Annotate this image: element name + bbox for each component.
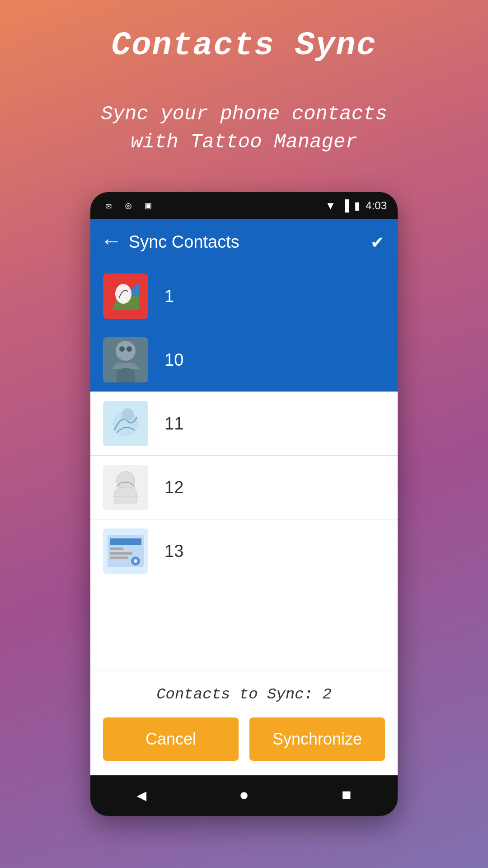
sync-icon: ◎ [121, 199, 136, 212]
content-area: 1 10 [90, 264, 398, 775]
app-bar: ← Sync Contacts ✔ [90, 219, 398, 264]
contact-number: 12 [164, 478, 183, 497]
wifi-icon: ▼ [325, 199, 336, 212]
back-button[interactable]: ← [105, 230, 118, 254]
svg-point-1 [115, 284, 131, 304]
svg-rect-16 [110, 552, 132, 555]
contact-number: 13 [164, 542, 183, 561]
svg-point-10 [117, 472, 135, 490]
svg-point-19 [134, 559, 137, 563]
confirm-button[interactable]: ✔ [372, 230, 383, 254]
nav-bar: ◀ ● ■ [90, 775, 398, 816]
list-item[interactable]: 13 [90, 519, 398, 583]
status-icons-right: ▼ ▐ ▮ 4:03 [325, 199, 387, 212]
sync-count-text: Contacts to Sync: 2 [103, 686, 385, 703]
list-item[interactable]: 12 [90, 456, 398, 519]
contact-number: 1 [164, 287, 174, 306]
contact-number: 11 [164, 414, 183, 434]
svg-rect-15 [110, 547, 123, 550]
svg-point-5 [127, 346, 132, 352]
email-icon: ✉ [101, 199, 116, 212]
synchronize-button[interactable]: Synchronize [249, 717, 385, 761]
clock: 4:03 [366, 199, 387, 212]
status-icons-left: ✉ ◎ ▣ [101, 199, 155, 212]
list-item[interactable]: 1 [90, 264, 398, 328]
recents-nav-button[interactable]: ■ [342, 787, 352, 805]
svg-point-3 [116, 341, 136, 361]
avatar [103, 401, 148, 446]
toolbar-title: Sync Contacts [129, 232, 372, 252]
contact-list: 1 10 [90, 264, 398, 671]
signal-icon: ▐ [341, 199, 349, 212]
cancel-button[interactable]: Cancel [103, 717, 239, 761]
svg-point-8 [122, 408, 134, 421]
footer-buttons: Cancel Synchronize [103, 717, 385, 761]
avatar [103, 337, 148, 382]
svg-point-4 [119, 346, 125, 352]
avatar [103, 528, 148, 574]
list-item[interactable]: 11 [90, 392, 398, 456]
svg-rect-14 [110, 538, 141, 545]
avatar [103, 274, 148, 319]
home-nav-button[interactable]: ● [239, 787, 249, 805]
battery-icon: ▮ [354, 199, 360, 212]
back-nav-button[interactable]: ◀ [137, 786, 147, 806]
app-title: Contacts Sync [111, 27, 377, 64]
list-item[interactable]: 10 [90, 328, 398, 392]
avatar [103, 465, 148, 510]
contact-number: 10 [164, 350, 183, 370]
footer-section: Contacts to Sync: 2 Cancel Synchronize [90, 671, 398, 775]
phone-frame: ✉ ◎ ▣ ▼ ▐ ▮ 4:03 ← Sync Contacts ✔ [90, 192, 398, 816]
app-subtitle: Sync your phone contacts with Tattoo Man… [74, 100, 414, 156]
status-bar: ✉ ◎ ▣ ▼ ▐ ▮ 4:03 [90, 192, 398, 219]
sim-icon: ▣ [141, 199, 155, 212]
svg-rect-17 [110, 557, 128, 559]
